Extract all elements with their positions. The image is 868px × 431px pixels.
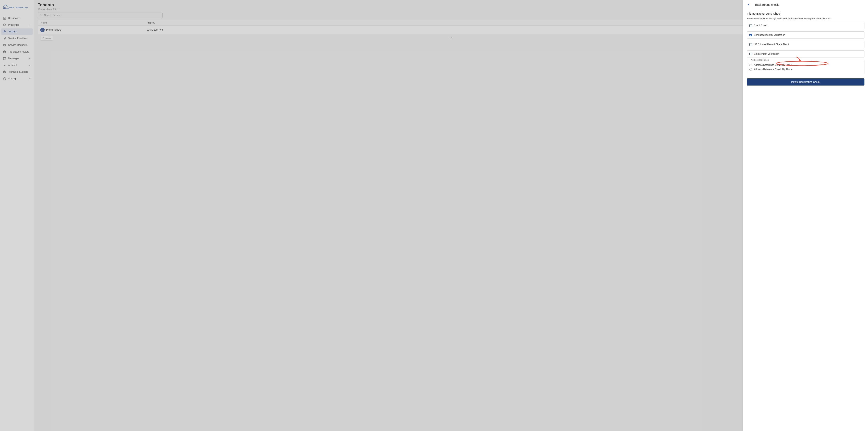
svg-point-2 xyxy=(4,31,5,32)
sidebar-item-tenants[interactable]: Tenants xyxy=(1,28,33,35)
search-box[interactable] xyxy=(38,12,163,18)
users-icon xyxy=(3,30,6,33)
svg-point-6 xyxy=(4,64,5,65)
check-option-employment[interactable]: Employment Verification xyxy=(747,50,864,57)
radio-option-phone[interactable]: Address Reference Check By Phone xyxy=(749,67,862,71)
sidebar-item-service-providers[interactable]: Service Providers xyxy=(1,35,33,41)
checkbox-icon xyxy=(749,53,752,55)
checkbox-icon xyxy=(749,24,752,27)
sidebar-item-service-requests[interactable]: Service Requests xyxy=(1,42,33,48)
table-row[interactable]: Prince Tenant 315 E 12th Ave xyxy=(38,26,864,34)
svg-point-8 xyxy=(4,71,5,72)
svg-point-3 xyxy=(5,31,6,32)
logo: OME TRUMPETER xyxy=(0,2,34,15)
drawer-section-title: Initiate Background Check xyxy=(747,12,864,15)
sidebar-item-label: Transaction History xyxy=(8,50,31,53)
radio-label: Address Reference Check By Phone xyxy=(754,68,793,71)
search-input[interactable] xyxy=(44,14,160,17)
sidebar-item-dashboard[interactable]: Dashboard xyxy=(1,15,33,21)
user-icon xyxy=(3,64,6,67)
svg-text:OME TRUMPETER: OME TRUMPETER xyxy=(9,6,28,9)
check-label: US Criminal Record Check Tier 3 xyxy=(754,43,789,46)
pagination: Previous 1/1 xyxy=(38,34,864,42)
sidebar-item-label: Technical Support xyxy=(8,70,31,73)
address-reference-fieldset: Address Reference Address Reference Chec… xyxy=(747,60,864,74)
sidebar-item-label: Account xyxy=(8,64,27,66)
drawer-title: Background check xyxy=(753,3,779,6)
support-icon xyxy=(3,70,6,74)
nav: Dashboard Properties Tenants xyxy=(0,15,34,82)
sidebar-item-label: Service Requests xyxy=(8,44,31,47)
page-title: Tenants xyxy=(38,2,864,7)
sidebar-item-label: Tenants xyxy=(8,30,31,33)
avatar xyxy=(40,28,44,32)
home-icon xyxy=(3,23,6,26)
sidebar-item-transaction-history[interactable]: Transaction History xyxy=(1,49,33,55)
check-label: Enhanced Identity Verification xyxy=(754,34,785,36)
wrench-icon xyxy=(3,37,6,40)
sidebar-item-label: Properties xyxy=(8,24,27,26)
drawer-header: Background check xyxy=(743,0,868,9)
gear-icon xyxy=(3,77,6,80)
dashboard-icon xyxy=(3,17,6,20)
check-option-identity[interactable]: Enhanced Identity Verification xyxy=(747,31,864,38)
previous-button[interactable]: Previous xyxy=(40,36,53,40)
page-subtitle: Welcome back, Prince xyxy=(38,8,864,10)
tenants-table: Tenant Property Prince Tenant 315 E 12th… xyxy=(38,20,864,42)
svg-point-9 xyxy=(4,78,5,79)
radio-icon xyxy=(749,68,752,71)
sidebar: OME TRUMPETER Dashboard Properties xyxy=(0,0,34,431)
radio-label: Address Reference Check By Email xyxy=(754,64,792,66)
page-indicator: 1/1 xyxy=(450,37,453,39)
tenant-name: Prince Tenant xyxy=(46,28,61,31)
background-check-drawer: Background check Initiate Background Che… xyxy=(743,0,868,431)
radio-icon xyxy=(749,64,752,66)
sidebar-item-label: Service Providers xyxy=(8,37,31,40)
main-content: Tenants Welcome back, Prince Tenant Prop… xyxy=(34,0,868,431)
sidebar-item-messages[interactable]: Messages xyxy=(1,55,33,62)
radio-option-email[interactable]: Address Reference Check By Email xyxy=(749,63,862,67)
sidebar-item-technical-support[interactable]: Technical Support xyxy=(1,69,33,75)
svg-rect-5 xyxy=(3,57,6,59)
logo-icon: OME TRUMPETER xyxy=(3,4,31,10)
message-icon xyxy=(3,57,6,60)
check-option-credit[interactable]: Credit Check xyxy=(747,22,864,29)
sidebar-item-properties[interactable]: Properties xyxy=(1,22,33,28)
sidebar-item-label: Settings xyxy=(8,77,27,80)
initiate-background-check-button[interactable]: Initiate Background Check xyxy=(747,79,864,86)
clipboard-icon xyxy=(3,44,6,47)
page-header: Tenants Welcome back, Prince xyxy=(34,0,868,12)
checkbox-icon xyxy=(749,43,752,46)
back-button[interactable] xyxy=(747,3,751,7)
check-label: Employment Verification xyxy=(754,53,779,55)
chevron-down-icon xyxy=(29,78,31,80)
svg-point-10 xyxy=(40,14,42,16)
chevron-down-icon xyxy=(29,57,31,60)
column-header-tenant: Tenant xyxy=(40,22,147,24)
check-option-criminal[interactable]: US Criminal Record Check Tier 3 xyxy=(747,41,864,48)
drawer-note: You can now initiate a background check … xyxy=(747,17,864,20)
sidebar-item-account[interactable]: Account xyxy=(1,62,33,68)
sidebar-item-label: Messages xyxy=(8,57,27,60)
table-header: Tenant Property xyxy=(38,20,864,26)
check-label: Credit Check xyxy=(754,24,768,27)
svg-point-11 xyxy=(42,29,43,30)
fieldset-legend: Address Reference xyxy=(750,59,770,61)
chevron-down-icon xyxy=(29,24,31,26)
chevron-down-icon xyxy=(29,64,31,66)
search-icon xyxy=(40,13,42,17)
sidebar-item-label: Dashboard xyxy=(8,17,31,20)
sidebar-item-settings[interactable]: Settings xyxy=(1,76,33,82)
checkbox-checked-icon xyxy=(749,34,752,36)
bank-icon xyxy=(3,50,6,53)
